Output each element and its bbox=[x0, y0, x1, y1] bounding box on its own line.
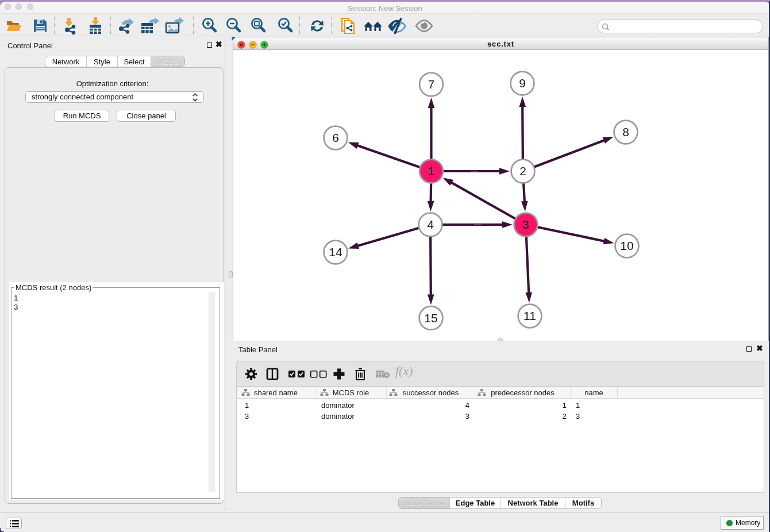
svg-text:9: 9 bbox=[519, 76, 526, 90]
svg-text:6: 6 bbox=[332, 131, 339, 144]
svg-text:4: 4 bbox=[427, 218, 434, 231]
svg-text:7: 7 bbox=[428, 78, 435, 91]
svg-text:11: 11 bbox=[523, 309, 536, 322]
svg-text:15: 15 bbox=[424, 311, 437, 325]
svg-text:2: 2 bbox=[519, 164, 526, 178]
svg-text:3: 3 bbox=[522, 218, 529, 231]
svg-text:10: 10 bbox=[620, 239, 633, 252]
svg-text:8: 8 bbox=[622, 125, 629, 138]
svg-text:1: 1 bbox=[428, 164, 435, 178]
svg-text:14: 14 bbox=[329, 245, 342, 259]
